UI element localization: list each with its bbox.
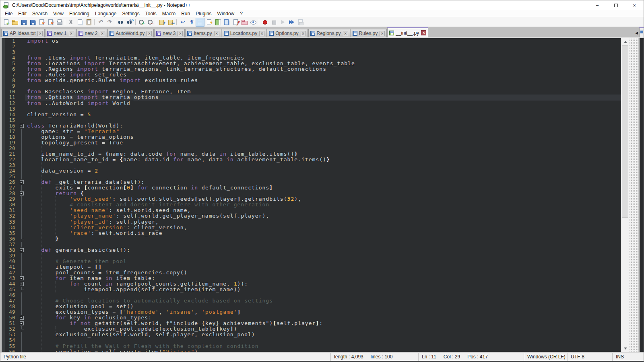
- code-line-6[interactable]: 6from .Regions import terraria_regions, …: [0, 66, 621, 72]
- close-tab-icon[interactable]: ×: [100, 31, 105, 36]
- macro-run-multiple-icon[interactable]: [287, 18, 296, 27]
- tab-rules-py[interactable]: Rules.py×: [351, 29, 387, 37]
- sync-horizontal-scroll-icon[interactable]: [166, 18, 175, 27]
- code-line-53[interactable]: 53 exclusion_rules(self.world, self.play…: [0, 332, 621, 337]
- code-line-27[interactable]: 27 exits = [connection[0] for connection…: [0, 185, 621, 191]
- document-switcher-icon[interactable]: [222, 18, 231, 27]
- code-line-36[interactable]: 36 }: [0, 236, 621, 242]
- menu-edit[interactable]: Edit: [15, 10, 29, 17]
- undo-icon[interactable]: ↶: [96, 18, 105, 27]
- fold-toggle-icon[interactable]: [19, 321, 25, 326]
- code-line-5[interactable]: 5from .Locations import TerrariaAchievem…: [0, 61, 621, 66]
- code-line-56[interactable]: 56 completion = self.create_item("Victor…: [0, 349, 621, 352]
- document-map-icon[interactable]: [213, 18, 222, 27]
- word-wrap-icon[interactable]: ↩: [178, 18, 187, 27]
- code-line-35[interactable]: 35 'race': self.world.is_race: [0, 230, 621, 236]
- macro-stop-icon[interactable]: [269, 18, 278, 27]
- code-line-15[interactable]: 15: [0, 117, 621, 123]
- code-line-18[interactable]: 18 options = terraria_options: [0, 134, 621, 140]
- indent-guide-icon[interactable]: [196, 18, 204, 27]
- code-line-38[interactable]: 38 def generate_basic(self):: [0, 247, 621, 253]
- code-line-24[interactable]: 24 data_version = 2: [0, 168, 621, 174]
- code-line-55[interactable]: 55 # Prefill the Wall of Flesh with the …: [0, 343, 621, 349]
- code-line-14[interactable]: 14client_version = 5: [0, 112, 621, 117]
- code-line-9[interactable]: 9: [0, 83, 621, 89]
- cut-icon[interactable]: [66, 18, 75, 27]
- tab-regions-py[interactable]: Regions.py×: [308, 29, 350, 37]
- menu-settings[interactable]: Settings: [119, 10, 142, 17]
- tab-new-2[interactable]: new 2×: [76, 29, 107, 37]
- code-line-22[interactable]: 22 location_name_to_id = {name: data.id …: [0, 157, 621, 162]
- code-line-54[interactable]: 54: [0, 337, 621, 343]
- code-line-4[interactable]: 4from .Items import TerrariaItem, item_t…: [0, 55, 621, 61]
- close-tab-icon[interactable]: ×: [343, 31, 348, 36]
- tab-new-3[interactable]: new 3×: [154, 29, 185, 37]
- folder-as-workspace-icon[interactable]: [240, 18, 249, 27]
- fold-toggle-icon[interactable]: [19, 276, 25, 281]
- open-file-icon[interactable]: [10, 18, 19, 27]
- fold-toggle-icon[interactable]: [19, 123, 25, 129]
- code-line-28[interactable]: 28 return {: [0, 191, 621, 196]
- code-line-25[interactable]: 25: [0, 174, 621, 179]
- code-line-49[interactable]: 49 exclusion_types = ['hardmode', 'insan…: [0, 309, 621, 315]
- code-line-45[interactable]: 45 itempool.append(self.create_item(item…: [0, 287, 621, 292]
- close-button[interactable]: ×: [625, 0, 644, 10]
- maximize-button[interactable]: [607, 0, 625, 10]
- show-all-characters-icon[interactable]: ¶: [187, 18, 196, 27]
- code-line-1[interactable]: 1import os: [0, 38, 621, 44]
- vertical-scrollbar[interactable]: [621, 38, 629, 352]
- menu-encoding[interactable]: Encoding: [66, 10, 92, 17]
- code-line-46[interactable]: 46: [0, 292, 621, 298]
- save-icon[interactable]: [19, 18, 28, 27]
- find-icon[interactable]: [116, 18, 125, 27]
- menu-run[interactable]: Run: [178, 10, 193, 17]
- paste-icon[interactable]: [84, 18, 93, 27]
- code-line-39[interactable]: 39: [0, 253, 621, 259]
- fold-toggle-icon[interactable]: [19, 281, 25, 287]
- code-line-34[interactable]: 34 'client_version': client_version,: [0, 225, 621, 230]
- close-tab-icon[interactable]: ×: [259, 31, 264, 36]
- fold-toggle-icon[interactable]: [19, 179, 25, 185]
- code-line-3[interactable]: 3: [0, 49, 621, 55]
- print-icon[interactable]: [55, 18, 64, 27]
- menu-search[interactable]: Search: [29, 10, 50, 17]
- tab-autoworld-py[interactable]: AutoWorld.py×: [107, 29, 154, 37]
- tab-scroll-left-icon[interactable]: ◀: [635, 31, 639, 37]
- scroll-down-icon[interactable]: [621, 345, 629, 352]
- tab-new-1[interactable]: new 1×: [45, 29, 76, 37]
- close-tab-icon[interactable]: ×: [69, 31, 74, 36]
- code-line-48[interactable]: 48 exclusion_pool = set(): [0, 304, 621, 309]
- code-line-47[interactable]: 47 # Choose locations to automatically e…: [0, 298, 621, 304]
- code-line-21[interactable]: 21 item_name_to_id = {name: data.code fo…: [0, 151, 621, 157]
- code-line-12[interactable]: 12from ..AutoWorld import World: [0, 101, 621, 106]
- macro-record-icon[interactable]: [260, 18, 269, 27]
- copy-icon[interactable]: [75, 18, 84, 27]
- code-line-31[interactable]: 31 'seed_name': self.world.seed_name,: [0, 208, 621, 213]
- close-tab-icon[interactable]: ×: [380, 31, 385, 36]
- scrollbar-thumb[interactable]: [622, 45, 628, 218]
- scroll-up-icon[interactable]: [621, 38, 629, 45]
- code-line-20[interactable]: 20: [0, 146, 621, 151]
- fold-toggle-icon[interactable]: [19, 247, 25, 253]
- zoom-in-icon[interactable]: [137, 18, 146, 27]
- code-line-26[interactable]: 26 def _get_terraria_data(self):: [0, 179, 621, 185]
- code-line-41[interactable]: 41 itempool = []: [0, 264, 621, 270]
- sync-vertical-scroll-icon[interactable]: [157, 18, 166, 27]
- close-tab-icon[interactable]: ×: [37, 31, 43, 36]
- code-line-10[interactable]: 10from BaseClasses import Region, Entran…: [0, 89, 621, 95]
- tab-init-py[interactable]: __init__.py×: [387, 27, 428, 37]
- code-line-44[interactable]: 44 for count in range(pool_counts.get(it…: [0, 281, 621, 287]
- close-icon[interactable]: [37, 18, 46, 27]
- close-tab-icon[interactable]: ×: [147, 31, 152, 36]
- run-script-icon[interactable]: [204, 18, 213, 27]
- code-line-42[interactable]: 42 pool_counts = item_frequencies.copy(): [0, 270, 621, 276]
- close-tab-icon[interactable]: ×: [214, 31, 219, 36]
- menu-file[interactable]: File: [2, 10, 15, 17]
- second-view-tab-sliver[interactable]: [639, 27, 644, 37]
- monitoring-icon[interactable]: [249, 18, 258, 27]
- new-file-icon[interactable]: [2, 18, 10, 27]
- code-line-50[interactable]: 50 for key in exclusion_types:: [0, 315, 621, 321]
- code-line-52[interactable]: 52 exclusion_pool.update(exclusion_table…: [0, 326, 621, 332]
- close-tab-icon[interactable]: ×: [178, 31, 183, 36]
- macro-play-icon[interactable]: [278, 18, 287, 27]
